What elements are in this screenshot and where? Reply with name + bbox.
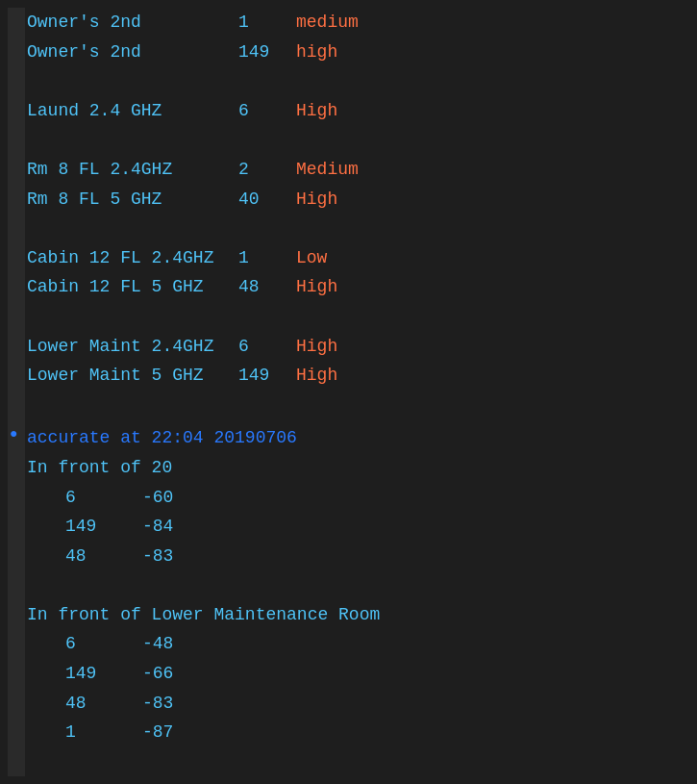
- signal-value: -84: [142, 512, 173, 542]
- spacer: [8, 66, 697, 96]
- network-name: Cabin 12 FL 5 GHZ: [27, 272, 238, 302]
- network-channel: 149: [238, 361, 296, 391]
- network-quality: High: [296, 96, 337, 126]
- locations-container: In front of 206-60149-8448-83In front of…: [8, 453, 697, 777]
- network-row: Laund 2.4 GHZ6High: [8, 96, 697, 126]
- spacer: [8, 214, 697, 243]
- location-header: In front of 20: [8, 453, 697, 483]
- spacer: [8, 302, 697, 332]
- signal-row: 149-66: [8, 659, 697, 689]
- signal-value: -48: [142, 629, 173, 659]
- network-channel: 2: [238, 155, 296, 185]
- network-quality: High: [296, 361, 337, 391]
- main-container: Owner's 2nd1mediumOwner's 2nd149highLaun…: [8, 8, 697, 776]
- signal-row: 6-60: [8, 483, 697, 513]
- network-row: Cabin 12 FL 2.4GHZ1Low: [8, 243, 697, 273]
- network-name: Laund 2.4 GHZ: [27, 96, 238, 126]
- timestamp-line: accurate at 22:04 20190706: [8, 419, 697, 453]
- signal-value: -83: [142, 542, 173, 571]
- spacer: [8, 570, 697, 600]
- network-quality: High: [296, 185, 337, 215]
- network-channel: 1: [238, 8, 296, 38]
- network-quality: Medium: [296, 155, 359, 185]
- network-name: Lower Maint 2.4GHZ: [27, 332, 238, 362]
- network-channel: 149: [238, 38, 296, 67]
- signal-channel: 48: [65, 542, 142, 571]
- signal-row: 48-83: [8, 689, 697, 719]
- timestamp-text: accurate at 22:04 20190706: [27, 423, 297, 453]
- network-name: Cabin 12 FL 2.4GHZ: [27, 243, 238, 273]
- network-name: Rm 8 FL 5 GHZ: [27, 185, 238, 215]
- signal-channel: 149: [65, 659, 142, 689]
- network-row: Rm 8 FL 2.4GHZ2Medium: [8, 155, 697, 185]
- network-row: Lower Maint 5 GHZ149High: [8, 361, 697, 391]
- signal-value: -83: [142, 689, 173, 719]
- signal-channel: 48: [65, 689, 142, 719]
- spacer: [8, 125, 697, 155]
- spacer: [8, 391, 697, 420]
- network-channel: 48: [238, 272, 296, 302]
- signal-row: 1-87: [8, 718, 697, 747]
- network-quality: Low: [296, 243, 327, 273]
- network-name: Lower Maint 5 GHZ: [27, 361, 238, 391]
- spacer: [8, 747, 697, 777]
- signal-channel: 1: [65, 718, 142, 747]
- network-row: Rm 8 FL 5 GHZ40High: [8, 185, 697, 215]
- network-row: Owner's 2nd149high: [8, 38, 697, 67]
- network-quality: High: [296, 332, 337, 362]
- networks-container: Owner's 2nd1mediumOwner's 2nd149highLaun…: [8, 8, 697, 419]
- network-quality: High: [296, 272, 337, 302]
- signal-value: -66: [142, 659, 173, 689]
- signal-channel: 6: [65, 629, 142, 659]
- network-row: Owner's 2nd1medium: [8, 8, 697, 38]
- network-channel: 6: [238, 96, 296, 126]
- network-quality: medium: [296, 8, 359, 38]
- network-name: Rm 8 FL 2.4GHZ: [27, 155, 238, 185]
- signal-row: 6-48: [8, 629, 697, 659]
- network-channel: 6: [238, 332, 296, 362]
- network-name: Owner's 2nd: [27, 8, 238, 38]
- signal-channel: 149: [65, 512, 142, 542]
- signal-row: 48-83: [8, 542, 697, 571]
- network-row: Lower Maint 2.4GHZ6High: [8, 332, 697, 362]
- location-header: In front of Lower Maintenance Room: [8, 600, 697, 630]
- signal-channel: 6: [65, 483, 142, 513]
- network-channel: 1: [238, 243, 296, 273]
- signal-value: -87: [142, 718, 173, 747]
- signal-row: 149-84: [8, 512, 697, 542]
- network-name: Owner's 2nd: [27, 38, 238, 67]
- network-row: Cabin 12 FL 5 GHZ48High: [8, 272, 697, 302]
- network-quality: high: [296, 38, 337, 67]
- network-channel: 40: [238, 185, 296, 215]
- signal-value: -60: [142, 483, 173, 513]
